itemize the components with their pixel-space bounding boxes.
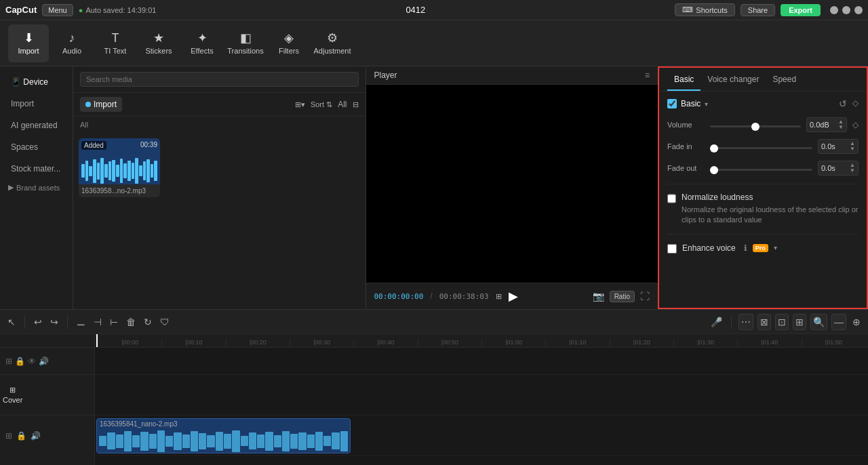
delete-tool[interactable]: 🗑	[124, 315, 138, 329]
track-lock-icon[interactable]: 🔒	[15, 357, 25, 366]
tool-transitions[interactable]: ◧ Transitions	[225, 24, 266, 62]
player-screen[interactable]	[366, 85, 658, 283]
trim-right-tool[interactable]: ⊢	[108, 315, 120, 329]
volume-keyframe-icon[interactable]: ◇	[852, 120, 859, 129]
play-button[interactable]: ▶	[509, 289, 518, 304]
all-filter-label[interactable]: All	[338, 100, 347, 109]
player-menu-icon[interactable]: ≡	[645, 70, 650, 80]
timeline-grid-button[interactable]: ⊞	[496, 292, 502, 301]
timecode-separator: /	[430, 291, 432, 301]
sidebar-item-brand[interactable]: ▶ Brand assets	[0, 180, 73, 195]
sidebar-item-stock[interactable]: Stock mater...	[3, 159, 70, 179]
tool-effects-label: Effects	[191, 47, 213, 55]
split-tool[interactable]: ⚊	[75, 315, 87, 329]
volume-slider[interactable]	[710, 125, 801, 127]
tool-adjustment[interactable]: ⚙ Adjustment	[312, 24, 353, 62]
separator-1	[24, 315, 25, 329]
lock-tool[interactable]: 🛡	[158, 315, 172, 329]
adjustment-icon: ⚙	[327, 32, 338, 44]
enhance-info-icon[interactable]: ℹ	[744, 243, 747, 253]
shortcuts-button[interactable]: ⌨ Shortcuts	[675, 3, 734, 16]
sidebar-item-spaces[interactable]: Spaces	[3, 137, 70, 157]
tool-audio[interactable]: ♪ Audio	[52, 24, 92, 62]
fade-out-arrows[interactable]: ▲ ▼	[850, 163, 855, 174]
normalize-checkbox[interactable]	[667, 194, 676, 203]
tool-filters[interactable]: ◈ Filters	[269, 24, 309, 62]
sidebar-item-device[interactable]: 📱 Device	[3, 72, 70, 92]
tool-filters-label: Filters	[279, 47, 299, 55]
fade-in-slider[interactable]	[710, 147, 812, 149]
tool-stickers[interactable]: ★ Stickers	[138, 24, 179, 62]
track-audio-icon[interactable]: 🔊	[39, 357, 49, 366]
fade-in-arrows[interactable]: ▲ ▼	[850, 141, 855, 152]
tab-basic[interactable]: Basic	[667, 68, 701, 91]
video-track-row	[95, 348, 868, 375]
added-badge: Added	[81, 141, 106, 150]
device-icon: 📱	[11, 77, 23, 87]
tl-icon-btn-3[interactable]: ⊡	[775, 314, 789, 330]
audio-track-lock-icon[interactable]: 🔒	[16, 431, 26, 441]
grid-view-button[interactable]: ⊞▾	[295, 100, 305, 109]
tl-icon-btn-5[interactable]: 🔍	[810, 314, 827, 330]
search-input[interactable]	[80, 72, 359, 87]
cover-icon: ⊞	[9, 386, 16, 395]
cover-button[interactable]: ⊞ Cover	[3, 386, 22, 404]
tl-icon-btn-6[interactable]: —	[831, 314, 846, 330]
tab-speed[interactable]: Speed	[766, 68, 803, 91]
audio-track-mute-icon[interactable]: 🔊	[31, 431, 41, 441]
tab-voice-changer[interactable]: Voice changer	[701, 68, 766, 91]
camera-icon[interactable]: 📷	[593, 291, 604, 302]
ruler-mark-1: |00:10	[161, 339, 225, 347]
trim-left-tool[interactable]: ⊣	[92, 315, 104, 329]
filter-button[interactable]: ⊟	[353, 100, 359, 109]
current-timecode: 00:00:00:00	[374, 292, 424, 301]
media-item[interactable]: Added 00:39	[79, 138, 160, 197]
tl-icon-btn-4[interactable]: ⊞	[793, 314, 806, 330]
undo-button[interactable]: ↩	[32, 315, 44, 329]
minimize-button[interactable]	[830, 6, 838, 14]
reset-icon[interactable]: ↺	[839, 98, 847, 109]
sidebar-item-ai[interactable]: AI generated	[3, 115, 70, 136]
tool-text[interactable]: T TI Text	[95, 24, 136, 62]
enhance-voice-checkbox[interactable]	[667, 244, 677, 254]
export-button[interactable]: Export	[781, 4, 821, 16]
ratio-button[interactable]: Ratio	[610, 291, 635, 302]
separator-2	[67, 315, 68, 329]
normalize-content: Normalize loudness Normalize the origina…	[682, 193, 859, 226]
loop-tool[interactable]: ↻	[142, 315, 154, 329]
volume-arrows[interactable]: ▲ ▼	[838, 119, 844, 130]
track-icons: ⊞ 🔒 👁 🔊	[5, 357, 49, 366]
cursor-tool[interactable]: ↖	[5, 315, 18, 329]
fade-out-slider[interactable]	[710, 169, 812, 171]
sort-button[interactable]: Sort ⇅	[311, 100, 332, 109]
maximize-button[interactable]	[842, 6, 850, 14]
ruler-mark-9: |01:30	[673, 339, 737, 347]
tl-icon-btn-1[interactable]: ⋯	[738, 314, 753, 330]
close-button[interactable]	[854, 6, 863, 14]
share-button[interactable]: Share	[741, 4, 775, 16]
zoom-fit-button[interactable]: ⊕	[850, 315, 863, 329]
playhead[interactable]	[96, 334, 98, 347]
audio-clip-name: 1636395841_nano-2.mp3	[97, 419, 350, 429]
audio-clip[interactable]: 1636395841_nano-2.mp3	[96, 418, 351, 453]
import-icon: ⬇	[24, 32, 34, 44]
keyframe-icon[interactable]: ◇	[852, 98, 859, 109]
media-tabs: Import ⊞▾ Sort ⇅ All ⊟	[73, 93, 366, 117]
timeline-toolbar: ↖ ↩ ↪ ⚊ ⊣ ⊢ 🗑 ↻ 🛡 🎤 ⋯ ⊠ ⊡ ⊞ 🔍 — ⊕	[0, 310, 868, 334]
basic-checkbox[interactable]	[667, 99, 677, 108]
fullscreen-icon[interactable]: ⛶	[640, 291, 650, 302]
audio-track-expand-icon[interactable]: ⊞	[5, 431, 12, 441]
media-tab-import[interactable]: Import	[80, 97, 122, 112]
track-resize-icon[interactable]: ⊞	[5, 357, 12, 366]
tool-import[interactable]: ⬇ Import	[8, 24, 49, 62]
redo-button[interactable]: ↪	[48, 315, 60, 329]
sidebar-item-import[interactable]: Import	[3, 94, 70, 114]
menu-button[interactable]: Menu	[42, 4, 73, 16]
audio-track-label: ⊞ 🔒 🔊	[0, 416, 94, 456]
enhance-dropdown-icon[interactable]: ▾	[774, 244, 777, 251]
basic-dropdown-icon[interactable]: ▾	[705, 100, 708, 108]
mic-button[interactable]: 🎤	[709, 315, 724, 329]
track-visibility-icon[interactable]: 👁	[28, 357, 36, 366]
tl-icon-btn-2[interactable]: ⊠	[757, 314, 771, 330]
tool-effects[interactable]: ✦ Effects	[182, 24, 222, 62]
